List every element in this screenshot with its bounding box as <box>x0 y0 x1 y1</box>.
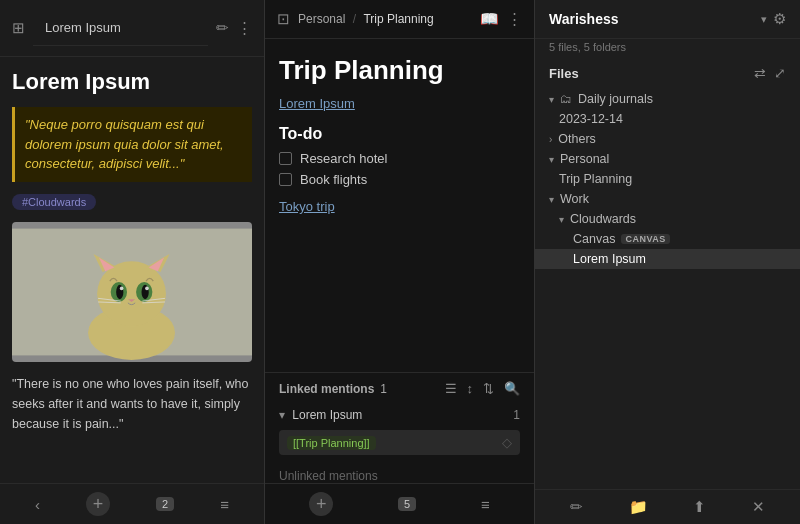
chevron-work-icon: ▾ <box>549 194 554 205</box>
todo-checkbox-2[interactable] <box>279 173 292 186</box>
tree-label-cloudwards: Cloudwards <box>570 212 636 226</box>
expand-icon[interactable]: ⤢ <box>774 65 786 81</box>
chevron-cloudwards-icon: ▾ <box>559 214 564 225</box>
quote-block: "Neque porro quisquam est qui dolorem ip… <box>12 107 252 182</box>
tree-item-personal[interactable]: ▾ Personal <box>535 149 800 169</box>
breadcrumb-current: Trip Planning <box>363 12 433 26</box>
prev-icon[interactable]: ‹ <box>35 496 40 513</box>
todo-item-1: Research hotel <box>279 151 520 166</box>
todo-heading: To-do <box>279 125 520 143</box>
right-panel-header: Warishess ▾ ⚙ <box>535 0 800 39</box>
mention-group-header: ▾ Lorem Ipsum 1 <box>279 404 520 426</box>
cat-image <box>12 222 252 362</box>
chevron-personal-icon: ▾ <box>549 154 554 165</box>
files-label: Files <box>549 66 746 81</box>
workspace-chevron-icon: ▾ <box>761 13 767 26</box>
more-icon[interactable]: ⋮ <box>237 19 252 37</box>
book-icon[interactable]: 📖 <box>480 10 499 28</box>
left-doc-title: Lorem Ipsum <box>12 69 252 95</box>
left-panel-header: ⊞ Lorem Ipsum ✏ ⋮ <box>0 0 264 57</box>
left-panel: ⊞ Lorem Ipsum ✏ ⋮ Lorem Ipsum "Neque por… <box>0 0 265 524</box>
todo-label-1: Research hotel <box>300 151 387 166</box>
tree-item-date[interactable]: 2023-12-14 <box>535 109 800 129</box>
tree-label-work: Work <box>560 192 589 206</box>
todo-checkbox-1[interactable] <box>279 152 292 165</box>
linked-mentions-label: Linked mentions <box>279 382 374 396</box>
middle-page-badge: 5 <box>398 497 416 511</box>
files-toolbar: Files ⇄ ⤢ <box>535 61 800 85</box>
sort-icon[interactable]: ↕ <box>467 381 474 396</box>
tree-label-personal: Personal <box>560 152 609 166</box>
middle-panel-header: ⊡ Personal / Trip Planning 📖 ⋮ <box>265 0 534 39</box>
todo-label-2: Book flights <box>300 172 367 187</box>
add-note-icon[interactable]: + <box>86 492 110 516</box>
tree-item-trip-planning[interactable]: Trip Planning <box>535 169 800 189</box>
linked-mentions-content: ▾ Lorem Ipsum 1 [[Trip Planning]] ◇ <box>265 404 534 465</box>
right-panel-footer: ✏ 📁 ⬆ ✕ <box>535 489 800 524</box>
left-panel-footer: ‹ + 2 ≡ <box>0 483 264 524</box>
lorem-ipsum-link[interactable]: Lorem Ipsum <box>279 96 520 111</box>
tokyo-trip-link[interactable]: Tokyo trip <box>279 199 520 214</box>
tree-label-lorem-ipsum: Lorem Ipsum <box>573 252 646 266</box>
file-tree: ▾ 🗂 Daily journals 2023-12-14 › Others ▾… <box>535 85 800 489</box>
mention-chevron: ▾ <box>279 408 285 422</box>
sort-alt-icon[interactable]: ⇅ <box>483 381 494 396</box>
edit-icon[interactable]: ✏ <box>216 19 229 37</box>
tree-label-trip-planning: Trip Planning <box>559 172 632 186</box>
svg-point-12 <box>145 286 149 290</box>
svg-point-2 <box>97 261 166 326</box>
settings-icon[interactable]: ⚙ <box>773 10 786 28</box>
middle-menu-icon[interactable]: ≡ <box>481 496 490 513</box>
mention-item: [[Trip Planning]] ◇ <box>279 430 520 455</box>
svg-point-11 <box>120 286 124 290</box>
tree-item-cloudwards[interactable]: ▾ Cloudwards <box>535 209 800 229</box>
filter-icon[interactable]: ☰ <box>445 381 457 396</box>
workspace-name: Warishess <box>549 11 755 27</box>
right-folder-icon[interactable]: 📁 <box>629 498 648 516</box>
right-sort-icon[interactable]: ⬆ <box>693 498 706 516</box>
breadcrumb-separator: / <box>353 12 356 26</box>
folder-icon: 🗂 <box>560 92 572 106</box>
body-text: "There is no one who loves pain itself, … <box>12 374 252 434</box>
tree-label-canvas: Canvas <box>573 232 615 246</box>
page-count-badge: 2 <box>156 497 174 511</box>
linked-mentions-bar: Linked mentions 1 ☰ ↕ ⇅ 🔍 <box>265 372 534 404</box>
right-panel: Warishess ▾ ⚙ 5 files, 5 folders Files ⇄… <box>535 0 800 524</box>
breadcrumb: Personal / Trip Planning <box>298 12 472 26</box>
left-panel-title: Lorem Ipsum <box>33 10 208 46</box>
chevron-daily-icon: ▾ <box>549 94 554 105</box>
tree-label-date: 2023-12-14 <box>559 112 623 126</box>
layout-icon[interactable]: ⊡ <box>277 10 290 28</box>
mention-diamond-icon: ◇ <box>502 435 512 450</box>
unlinked-mentions-label: Unlinked mentions <box>265 465 534 483</box>
menu-icon[interactable]: ≡ <box>220 496 229 513</box>
tree-label-others: Others <box>558 132 596 146</box>
tree-item-others[interactable]: › Others <box>535 129 800 149</box>
mention-tag[interactable]: [[Trip Planning]] <box>287 436 376 450</box>
mention-group-count: 1 <box>513 408 520 422</box>
search-icon[interactable]: 🔍 <box>504 381 520 396</box>
tree-label-daily-journals: Daily journals <box>578 92 653 106</box>
transfer-icon[interactable]: ⇄ <box>754 65 766 81</box>
middle-add-icon[interactable]: + <box>309 492 333 516</box>
sidebar-toggle-icon[interactable]: ⊞ <box>12 19 25 37</box>
middle-panel-content: Trip Planning Lorem Ipsum To-do Research… <box>265 39 534 372</box>
right-edit-icon[interactable]: ✏ <box>570 498 583 516</box>
tree-item-canvas[interactable]: Canvas CANVAS <box>535 229 800 249</box>
tag-badge[interactable]: #Cloudwards <box>12 194 96 210</box>
breadcrumb-parent: Personal <box>298 12 345 26</box>
tree-item-lorem-ipsum[interactable]: Lorem Ipsum <box>535 249 800 269</box>
middle-more-icon[interactable]: ⋮ <box>507 10 522 28</box>
file-count: 5 files, 5 folders <box>535 39 800 61</box>
linked-mentions-count: 1 <box>380 382 434 396</box>
canvas-badge: CANVAS <box>621 234 669 244</box>
middle-panel-footer: + 5 ≡ <box>265 483 534 524</box>
right-close-icon[interactable]: ✕ <box>752 498 765 516</box>
middle-doc-title: Trip Planning <box>279 55 520 86</box>
chevron-others-icon: › <box>549 134 552 145</box>
todo-item-2: Book flights <box>279 172 520 187</box>
middle-panel: ⊡ Personal / Trip Planning 📖 ⋮ Trip Plan… <box>265 0 535 524</box>
mention-group-name: Lorem Ipsum <box>292 408 362 422</box>
tree-item-daily-journals[interactable]: ▾ 🗂 Daily journals <box>535 89 800 109</box>
tree-item-work[interactable]: ▾ Work <box>535 189 800 209</box>
